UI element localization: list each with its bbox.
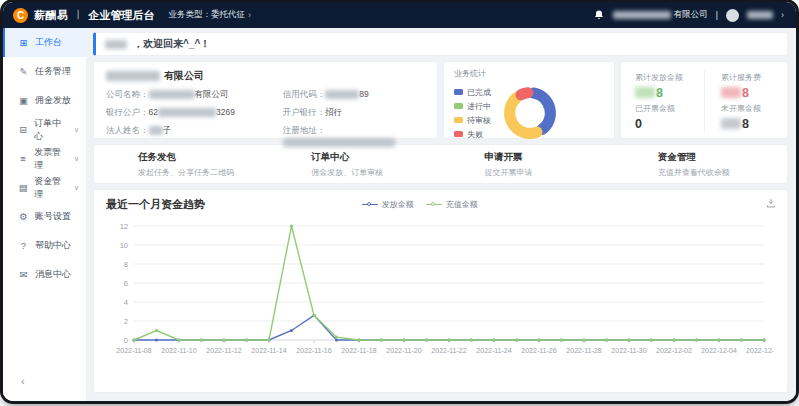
data-point[interactable] [560, 338, 563, 341]
sidebar-item-8[interactable]: ✉消息中心 [3, 260, 86, 289]
sidebar-item-2[interactable]: ▣佣金发放 [3, 86, 86, 115]
quick-link-3[interactable]: 资金管理充值并查看代收余额 [614, 151, 787, 178]
sidebar-item-7[interactable]: ?帮助中心 [3, 231, 86, 260]
sidebar-collapse-button[interactable]: ‹ [3, 375, 86, 387]
legend-label: 已完成 [467, 87, 491, 98]
user-menu-chevron-icon[interactable]: › [781, 10, 784, 20]
field-value-suffix: 3269 [216, 107, 235, 117]
data-point[interactable] [267, 338, 270, 341]
x-tick-label: 2022-11-16 [296, 347, 331, 354]
summary-label: 累计服务费 [721, 72, 773, 83]
user-avatar[interactable] [726, 9, 739, 22]
x-tick-label: 2022-11-20 [386, 347, 421, 354]
summary-item-3: 未开票金额8 [704, 101, 773, 132]
legend-swatch [454, 117, 463, 123]
data-point[interactable] [155, 338, 158, 341]
data-point[interactable] [335, 338, 338, 341]
download-icon[interactable] [765, 197, 777, 209]
amount-suffix: 8 [742, 86, 749, 100]
x-tick-label: 2022-11-10 [161, 347, 196, 354]
sidebar-item-4[interactable]: ≡发票管理∨ [3, 144, 86, 173]
data-point[interactable] [357, 338, 360, 341]
redacted-amount [721, 87, 741, 98]
data-point[interactable] [245, 338, 248, 341]
data-point[interactable] [222, 338, 225, 341]
data-point[interactable] [582, 338, 585, 341]
chart-legend: 发放金额充值金额 [362, 199, 478, 210]
message-icon: ✉ [18, 269, 29, 280]
donut-legend: 已完成进行中待审核失败 [454, 87, 491, 140]
header-divider: | [716, 10, 718, 20]
sidebar-nav: ⊞工作台✎任务管理▣佣金发放⊟订单中心∨≡发票管理∨▤资金管理∨⚙账号设置?帮助… [3, 28, 87, 401]
sidebar-item-3[interactable]: ⊟订单中心∨ [3, 115, 86, 144]
data-point[interactable] [672, 338, 675, 341]
y-tick-label: 12 [120, 222, 128, 231]
data-point[interactable] [650, 338, 653, 341]
field-value: 招行 [325, 107, 342, 117]
data-point[interactable] [402, 338, 405, 341]
legend-swatch [454, 103, 463, 109]
chart-legend-item-1[interactable]: 充值金额 [426, 199, 478, 210]
quick-link-0[interactable]: 任务发包发起任务、分享任务二维码 [94, 151, 267, 178]
data-point[interactable] [132, 338, 135, 341]
summary-value: 8 [721, 86, 773, 100]
summary-label: 已开票金额 [635, 103, 704, 114]
data-point[interactable] [492, 338, 495, 341]
data-point[interactable] [380, 338, 383, 341]
quick-link-title: 资金管理 [658, 151, 787, 164]
field-value-suffix: 子 [163, 125, 172, 135]
data-point[interactable] [290, 329, 293, 332]
field-value-prefix: 62 [149, 107, 158, 117]
data-point[interactable] [627, 338, 630, 341]
data-point[interactable] [312, 314, 315, 317]
chart-legend-item-0[interactable]: 发放金额 [362, 199, 414, 210]
data-point[interactable] [470, 338, 473, 341]
summary-value: 0 [635, 117, 704, 131]
data-point[interactable] [177, 338, 180, 341]
x-tick-label: 2022-11-26 [521, 347, 556, 354]
quick-link-title: 申请开票 [485, 151, 614, 164]
quick-link-title: 订单中心 [311, 151, 440, 164]
data-point[interactable] [605, 338, 608, 341]
donut-legend-item-2: 待审核 [454, 115, 491, 126]
data-point[interactable] [740, 338, 743, 341]
data-point[interactable] [290, 224, 293, 227]
quick-link-desc: 佣金发放、订单审核 [311, 167, 440, 178]
company-field-2: 银行公户：623269 [106, 107, 277, 119]
greeting-text: ，欢迎回来^_^！ [133, 37, 210, 51]
business-type-switcher[interactable]: 业务类型：委托代征 › [169, 9, 252, 21]
data-point[interactable] [425, 338, 428, 341]
legend-label: 待审核 [467, 115, 491, 126]
sidebar-item-6[interactable]: ⚙账号设置 [3, 202, 86, 231]
data-point[interactable] [717, 338, 720, 341]
data-point[interactable] [695, 338, 698, 341]
sidebar-item-0[interactable]: ⊞工作台 [3, 28, 86, 57]
data-point[interactable] [447, 338, 450, 341]
sidebar-item-label: 账号设置 [35, 210, 71, 223]
redacted-value [325, 90, 359, 99]
x-tick-label: 2022-11-08 [116, 347, 151, 354]
summary-value: 8 [721, 117, 773, 131]
quick-link-2[interactable]: 申请开票提交开票申请 [441, 151, 614, 178]
bell-icon[interactable] [593, 9, 605, 21]
sidebar-item-1[interactable]: ✎任务管理 [3, 57, 86, 86]
redacted-company-name [613, 11, 671, 19]
quick-link-1[interactable]: 订单中心佣金发放、订单审核 [267, 151, 440, 178]
sidebar-item-5[interactable]: ▤资金管理∨ [3, 173, 86, 202]
field-label: 法人姓名： [106, 125, 149, 135]
main-content: ，欢迎回来^_^！ 有限公司 公司名称：有限公司信用代码：89银行公户：6232… [87, 28, 796, 401]
company-field-1: 信用代码：89 [283, 89, 425, 101]
sidebar-item-label: 佣金发放 [35, 94, 71, 107]
data-point[interactable] [155, 329, 158, 332]
data-point[interactable] [762, 338, 765, 341]
data-point[interactable] [200, 338, 203, 341]
quick-link-desc: 发起任务、分享任务二维码 [138, 167, 267, 178]
app-logo-icon: C [13, 8, 28, 23]
x-tick-label: 2022-11-12 [206, 347, 241, 354]
quick-link-desc: 提交开票申请 [485, 167, 614, 178]
data-point[interactable] [515, 338, 518, 341]
data-point[interactable] [537, 338, 540, 341]
data-point[interactable] [335, 336, 338, 339]
redacted-value [158, 108, 216, 117]
company-card-title: 有限公司 [106, 69, 425, 83]
